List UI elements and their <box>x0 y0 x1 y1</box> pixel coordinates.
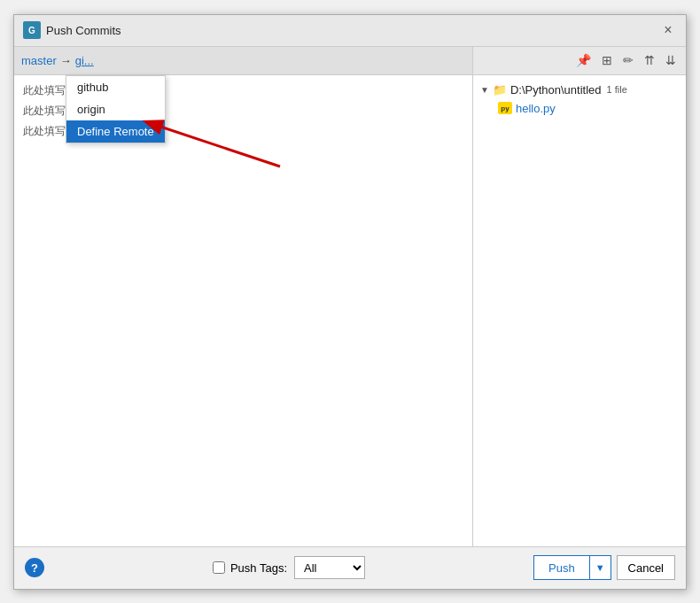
remote-name[interactable]: gi... <box>75 54 94 67</box>
close-button[interactable]: × <box>659 21 677 39</box>
push-commits-dialog: G Push Commits × master → gi... github o… <box>13 14 687 590</box>
tree-file-hello-py[interactable]: py hello.py <box>473 99 686 118</box>
file-count: 1 file <box>607 84 627 95</box>
file-tree: ▼ 📁 D:\Python\untitled 1 file py hello.p… <box>473 75 686 546</box>
push-dropdown-button[interactable]: ▼ <box>590 555 611 580</box>
cancel-button[interactable]: Cancel <box>617 555 675 580</box>
folder-path: D:\Python\untitled <box>510 83 602 97</box>
tree-folder[interactable]: ▼ 📁 D:\Python\untitled 1 file <box>473 81 686 99</box>
sort-asc-icon[interactable]: ⇈ <box>642 51 657 69</box>
sort-desc-icon[interactable]: ⇊ <box>663 51 679 69</box>
define-remote-button[interactable]: Define Remote <box>66 120 165 143</box>
app-icon: G <box>23 21 41 39</box>
push-tags-checkbox[interactable] <box>213 561 225 574</box>
push-tags-label: Push Tags: <box>213 561 287 575</box>
footer-left: ? <box>25 558 44 577</box>
branch-name: master <box>21 54 57 67</box>
commits-area: 此处填写...此处填写...此处填写提交时的说明 <box>14 75 472 546</box>
help-button[interactable]: ? <box>25 558 44 577</box>
branch-arrow: → <box>60 54 72 67</box>
left-panel: master → gi... github origin Define Remo… <box>14 47 473 546</box>
push-button-group: Push ▼ <box>533 555 611 580</box>
dialog-footer: ? Push Tags: All Push ▼ Cancel <box>14 546 686 589</box>
title-bar-left: G Push Commits <box>23 21 121 39</box>
dropdown-item-github[interactable]: github <box>66 76 165 98</box>
chevron-icon: ▼ <box>480 85 489 95</box>
pin-icon[interactable]: 📌 <box>573 51 594 69</box>
branch-selector[interactable]: master → gi... <box>21 54 94 67</box>
filename: hello.py <box>516 102 556 115</box>
dialog-title: Push Commits <box>46 24 121 37</box>
edit-icon[interactable]: ✏ <box>620 51 636 69</box>
folder-icon: 📁 <box>493 83 507 97</box>
push-button[interactable]: Push <box>533 555 590 580</box>
remote-dropdown[interactable]: github origin Define Remote <box>66 75 166 143</box>
footer-right: Push ▼ Cancel <box>533 555 675 580</box>
grid-icon[interactable]: ⊞ <box>599 51 615 69</box>
dialog-body: master → gi... github origin Define Remo… <box>14 47 686 546</box>
push-tags-section: Push Tags: All <box>213 556 365 579</box>
push-tags-text: Push Tags: <box>230 561 287 575</box>
title-bar: G Push Commits × <box>14 15 686 47</box>
branch-bar: master → gi... <box>14 47 472 75</box>
right-panel: 📌 ⊞ ✏ ⇈ ⇊ ▼ 📁 D:\Python\untitled 1 file … <box>473 47 686 546</box>
python-file-icon: py <box>498 102 512 114</box>
right-toolbar: 📌 ⊞ ✏ ⇈ ⇊ <box>473 47 686 75</box>
dropdown-item-origin[interactable]: origin <box>66 98 165 120</box>
push-tags-select[interactable]: All <box>294 556 365 579</box>
